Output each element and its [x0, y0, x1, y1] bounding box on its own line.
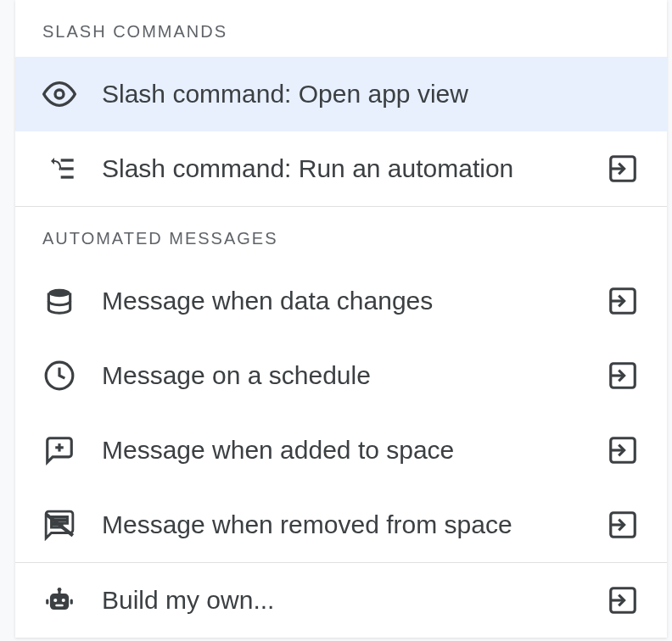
- svg-rect-19: [50, 594, 69, 610]
- enter-arrow-icon: [606, 508, 640, 542]
- svg-rect-20: [46, 599, 48, 604]
- speaker-notes-off-icon: [42, 508, 76, 542]
- menu-item-label: Message when added to space: [102, 436, 606, 465]
- svg-point-24: [53, 599, 57, 602]
- svg-point-25: [62, 599, 65, 602]
- menu-item-label: Message on a schedule: [102, 361, 606, 390]
- add-comment-icon: [42, 433, 76, 467]
- svg-rect-1: [61, 159, 74, 161]
- enter-arrow-icon: [606, 433, 640, 467]
- enter-arrow-icon: [606, 152, 640, 186]
- enter-arrow-icon: [606, 284, 640, 318]
- menu-item-label: Build my own...: [102, 586, 606, 615]
- menu-item-message-schedule[interactable]: Message on a schedule: [15, 338, 667, 413]
- menu-item-build-my-own[interactable]: Build my own...: [15, 563, 667, 638]
- commands-menu-panel: SLASH COMMANDS Slash command: Open app v…: [15, 0, 667, 638]
- menu-item-label: Message when removed from space: [102, 510, 606, 539]
- automation-loop-icon: [42, 152, 76, 186]
- svg-rect-2: [61, 167, 74, 170]
- clock-icon: [42, 359, 76, 393]
- svg-rect-26: [55, 605, 64, 606]
- menu-item-open-app-view[interactable]: Slash command: Open app view: [15, 57, 667, 131]
- robot-icon: [42, 583, 76, 617]
- menu-item-label: Message when data changes: [102, 287, 606, 315]
- menu-item-label: Slash command: Open app view: [102, 80, 640, 109]
- menu-item-message-removed-space[interactable]: Message when removed from space: [15, 488, 667, 562]
- section-header-automated-messages: AUTOMATED MESSAGES: [15, 207, 667, 264]
- svg-point-6: [48, 289, 70, 298]
- database-icon: [42, 284, 76, 318]
- menu-item-label: Slash command: Run an automation: [102, 154, 606, 183]
- svg-rect-21: [70, 599, 73, 604]
- enter-arrow-icon: [606, 359, 640, 393]
- svg-rect-3: [61, 176, 74, 178]
- menu-item-message-data-changes[interactable]: Message when data changes: [15, 264, 667, 338]
- menu-item-message-added-space[interactable]: Message when added to space: [15, 413, 667, 488]
- section-header-slash-commands: SLASH COMMANDS: [15, 0, 667, 57]
- menu-item-run-automation[interactable]: Slash command: Run an automation: [15, 131, 667, 206]
- svg-point-0: [55, 90, 64, 98]
- enter-arrow-icon: [606, 583, 640, 617]
- eye-icon: [42, 77, 76, 111]
